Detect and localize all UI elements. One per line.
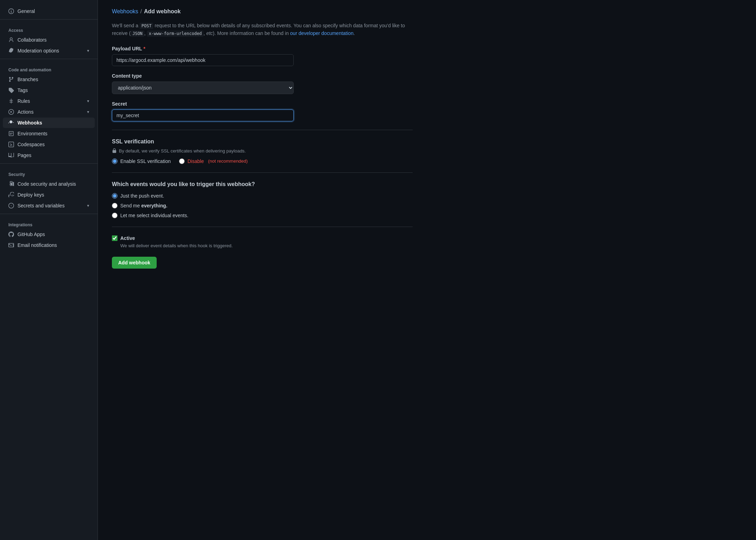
events-section: Which events would you like to trigger t…	[112, 181, 413, 218]
email-icon	[8, 242, 14, 248]
content-type-label: Content type	[112, 73, 413, 79]
sidebar-section-security: Security	[0, 166, 98, 178]
sidebar-item-moderation[interactable]: Moderation options ▾	[3, 45, 95, 56]
sidebar-item-environments[interactable]: Environments	[3, 128, 95, 139]
rules-icon	[8, 98, 14, 104]
ssl-enable-label: Enable SSL verification	[120, 158, 171, 164]
ssl-options: Enable SSL verification Disable (not rec…	[112, 158, 413, 164]
actions-icon	[8, 109, 14, 115]
env-icon	[8, 131, 14, 136]
code-security-icon	[8, 181, 14, 187]
active-checkbox[interactable]	[112, 235, 117, 241]
app-icon	[8, 232, 14, 237]
breadcrumb-separator: /	[140, 8, 142, 15]
event-push-label: Just the push event.	[120, 193, 164, 199]
form-section: We'll send a POST request to the URL bel…	[112, 22, 413, 269]
sidebar-item-github-apps-label: GitHub Apps	[17, 232, 89, 237]
sidebar-item-email-label: Email notifications	[17, 242, 89, 248]
event-select-radio[interactable]	[112, 213, 117, 218]
ssl-enable-radio[interactable]	[112, 158, 117, 164]
active-checkbox-row: Active	[112, 235, 413, 241]
person-icon	[8, 37, 14, 43]
sidebar-item-github-apps[interactable]: GitHub Apps	[3, 229, 95, 240]
event-push-option[interactable]: Just the push event.	[112, 193, 413, 199]
sidebar-item-branches[interactable]: Branches	[3, 74, 95, 85]
sidebar-item-tags[interactable]: Tags	[3, 85, 95, 95]
ssl-disable-option[interactable]: Disable (not recommended)	[179, 158, 248, 164]
events-title: Which events would you like to trigger t…	[112, 181, 413, 187]
sidebar-item-email[interactable]: Email notifications	[3, 240, 95, 250]
sidebar-item-webhooks[interactable]: Webhooks	[3, 118, 95, 128]
sidebar-section-integrations: Integrations	[0, 217, 98, 229]
sidebar-item-rules-label: Rules	[17, 98, 84, 104]
secret-label: Secret	[112, 101, 413, 107]
sidebar-item-tags-label: Tags	[17, 87, 89, 93]
active-label: Active	[120, 235, 135, 241]
pages-icon	[8, 152, 14, 158]
event-everything-option[interactable]: Send me everything.	[112, 203, 413, 208]
sidebar-section-code: Code and automation	[0, 62, 98, 74]
ssl-enable-option[interactable]: Enable SSL verification	[112, 158, 171, 164]
sidebar-item-code-security[interactable]: Code security and analysis	[3, 179, 95, 189]
event-everything-radio[interactable]	[112, 203, 117, 208]
breadcrumb: Webhooks / Add webhook	[112, 8, 742, 15]
active-description: We will deliver event details when this …	[120, 243, 413, 248]
sidebar-item-webhooks-label: Webhooks	[17, 120, 89, 126]
sidebar-item-pages-label: Pages	[17, 152, 89, 158]
event-push-radio[interactable]	[112, 193, 117, 199]
sidebar-section-access: Access	[0, 22, 98, 34]
sidebar-item-rules[interactable]: Rules ▾	[3, 96, 95, 106]
ssl-disable-label: Disable	[187, 158, 204, 164]
sidebar-item-codespaces-label: Codespaces	[17, 142, 89, 147]
payload-url-input[interactable]	[112, 54, 294, 66]
sidebar: General Access Collaborators Moderation …	[0, 0, 98, 540]
rules-chevron: ▾	[87, 99, 89, 104]
sidebar-item-secrets-label: Secrets and variables	[17, 203, 84, 208]
sidebar-item-pages[interactable]: Pages	[3, 150, 95, 161]
secret-group: Secret	[112, 101, 413, 121]
event-select-option[interactable]: Let me select individual events.	[112, 213, 413, 218]
moderation-chevron: ▾	[87, 48, 89, 53]
key-icon	[8, 192, 14, 198]
secrets-chevron: ▾	[87, 203, 89, 208]
webhook-icon	[8, 120, 14, 126]
sidebar-item-collaborators[interactable]: Collaborators	[3, 35, 95, 45]
add-webhook-button[interactable]: Add webhook	[112, 257, 157, 269]
sidebar-item-environments-label: Environments	[17, 131, 89, 136]
ssl-section: SSL verification By default, we verify S…	[112, 138, 413, 164]
description-text: We'll send a POST request to the URL bel…	[112, 22, 413, 37]
payload-url-label: Payload URL *	[112, 46, 413, 51]
sidebar-item-branches-label: Branches	[17, 77, 89, 82]
sidebar-item-deploy-keys[interactable]: Deploy keys	[3, 190, 95, 200]
active-section: Active We will deliver event details whe…	[112, 235, 413, 248]
sidebar-item-moderation-label: Moderation options	[17, 48, 84, 54]
content-type-select[interactable]: application/json application/x-www-form-…	[112, 81, 294, 94]
codespaces-icon	[8, 142, 14, 147]
sidebar-item-secrets[interactable]: Secrets and variables ▾	[3, 200, 95, 211]
sidebar-item-general-label: General	[17, 8, 89, 14]
developer-docs-link[interactable]: our developer documentation	[290, 30, 354, 36]
breadcrumb-current: Add webhook	[144, 8, 181, 15]
ssl-disable-radio[interactable]	[179, 158, 185, 164]
sidebar-item-code-security-label: Code security and analysis	[17, 181, 89, 187]
event-everything-label: Send me everything.	[120, 203, 167, 208]
sidebar-item-collaborators-label: Collaborators	[17, 37, 89, 43]
payload-url-group: Payload URL *	[112, 46, 413, 66]
sidebar-item-deploy-keys-label: Deploy keys	[17, 192, 89, 198]
event-select-label: Let me select individual events.	[120, 213, 188, 218]
actions-chevron: ▾	[87, 109, 89, 114]
secret-icon	[8, 203, 14, 208]
not-recommended-text: (not recommended)	[208, 158, 248, 164]
branch-icon	[8, 77, 14, 82]
sidebar-item-actions[interactable]: Actions ▾	[3, 107, 95, 117]
tag-icon	[8, 87, 14, 93]
shield-icon	[8, 48, 14, 54]
ssl-title: SSL verification	[112, 138, 413, 145]
general-icon	[8, 8, 14, 14]
secret-input[interactable]	[112, 109, 294, 121]
breadcrumb-webhooks-link[interactable]: Webhooks	[112, 8, 138, 15]
sidebar-item-actions-label: Actions	[17, 109, 84, 115]
required-indicator: *	[143, 46, 145, 51]
sidebar-item-general[interactable]: General	[3, 6, 95, 16]
sidebar-item-codespaces[interactable]: Codespaces	[3, 139, 95, 150]
